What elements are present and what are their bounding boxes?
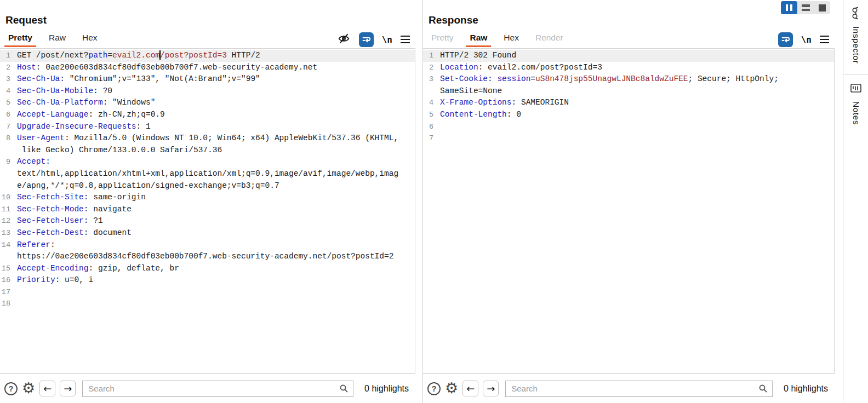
line-content: Sec-Fetch-Dest: document — [14, 227, 132, 239]
line-number: 2 — [0, 62, 14, 74]
line-number: 3 — [423, 73, 437, 85]
notes-document-icon — [849, 82, 863, 95]
line-number: 5 — [423, 109, 437, 121]
search-settings-gear-icon[interactable]: ⚙ — [445, 381, 458, 395]
editor-line[interactable]: 14Referer: — [0, 239, 415, 251]
editor-line[interactable]: 9Accept: — [0, 156, 415, 168]
line-number: 4 — [0, 85, 14, 97]
line-number: 6 — [0, 109, 14, 121]
soft-wrap-toggle-button[interactable] — [359, 32, 374, 47]
help-icon[interactable]: ? — [427, 382, 441, 395]
tab-render[interactable]: Render — [532, 30, 567, 47]
line-content: e/apng,*/*;q=0.8,application/signed-exch… — [14, 180, 279, 192]
line-number — [0, 145, 14, 157]
line-content: https://0ae200e603d834cf80df03eb00b700f7… — [14, 251, 393, 263]
editor-line[interactable]: 10Sec-Fetch-Site: same-origin — [0, 192, 415, 204]
response-highlights-count: 0 highlights — [784, 384, 828, 394]
editor-line[interactable]: like Gecko) Chrome/133.0.0.0 Safari/537.… — [0, 145, 415, 157]
line-content — [437, 133, 440, 145]
line-content: Location: evail2.com/post?postId=3 — [437, 62, 602, 74]
editor-line[interactable]: 3Sec-Ch-Ua: "Chromium";v="133", "Not(A:B… — [0, 73, 415, 85]
next-match-button[interactable]: → — [483, 381, 499, 396]
editor-line[interactable]: 18 — [0, 298, 415, 310]
tab-hex[interactable]: Hex — [78, 30, 101, 47]
line-content — [14, 298, 17, 310]
editor-line[interactable]: 2Host: 0ae200e603d834cf80df03eb00b700f7.… — [0, 62, 415, 74]
inspector-tab[interactable]: Inspector — [843, 0, 868, 74]
line-number — [423, 85, 437, 97]
previous-match-button[interactable]: ← — [39, 381, 55, 396]
editor-line[interactable]: 5Sec-Ch-Ua-Platform: "Windows" — [0, 97, 415, 109]
line-content — [14, 286, 17, 298]
tab-hex[interactable]: Hex — [500, 30, 523, 47]
editor-line[interactable]: 12Sec-Fetch-User: ?1 — [0, 215, 415, 227]
layout-rows-button[interactable] — [797, 1, 814, 14]
editor-line[interactable]: https://0ae200e603d834cf80df03eb00b700f7… — [0, 251, 415, 263]
response-toolbar: \n — [778, 31, 829, 48]
line-content: X-Frame-Options: SAMEORIGIN — [437, 97, 569, 109]
editor-line[interactable]: SameSite=None — [423, 85, 834, 97]
layout-columns-button[interactable] — [781, 1, 797, 14]
line-number: 17 — [0, 286, 14, 298]
editor-line[interactable]: e/apng,*/*;q=0.8,application/signed-exch… — [0, 180, 415, 192]
line-number: 4 — [423, 97, 437, 109]
response-panel: Response PrettyRawHexRender \n 1HTTP/2 3… — [422, 0, 835, 403]
notes-tab[interactable]: Notes — [843, 74, 868, 136]
editor-line[interactable]: 8User-Agent: Mozilla/5.0 (Windows NT 10.… — [0, 133, 415, 145]
request-search-box — [82, 381, 353, 397]
line-number: 7 — [423, 133, 437, 145]
layout-single-button[interactable] — [814, 1, 830, 14]
show-newlines-icon[interactable]: \n — [801, 34, 812, 45]
editor-line[interactable]: 15Accept-Encoding: gzip, deflate, br — [0, 263, 415, 275]
editor-line[interactable]: text/html,application/xhtml+xml,applicat… — [0, 168, 415, 180]
search-settings-gear-icon[interactable]: ⚙ — [22, 381, 35, 395]
editor-line[interactable]: 16Priority: u=0, i — [0, 274, 415, 286]
editor-line[interactable]: 3Set-Cookie: session=uS8n478jsp55UnagwLJ… — [423, 73, 834, 85]
show-newlines-icon[interactable]: \n — [382, 34, 392, 45]
previous-match-button[interactable]: ← — [462, 381, 478, 396]
line-number: 18 — [0, 298, 14, 310]
editor-line[interactable]: 1GET /post/next?path=evail2.com/post?pos… — [0, 50, 415, 62]
response-search-bar: ? ⚙ ← → 0 highlights — [423, 373, 835, 403]
help-icon[interactable]: ? — [4, 382, 18, 395]
editor-line[interactable]: 7Upgrade-Insecure-Requests: 1 — [0, 121, 415, 133]
response-search-box — [505, 381, 773, 397]
tab-raw[interactable]: Raw — [45, 30, 70, 47]
editor-line[interactable]: 11Sec-Fetch-Mode: navigate — [0, 204, 415, 216]
line-number: 13 — [0, 227, 14, 239]
tab-pretty[interactable]: Pretty — [427, 30, 457, 47]
response-editor[interactable]: 1HTTP/2 302 Found2Location: evail2.com/p… — [423, 48, 835, 373]
line-number: 2 — [423, 62, 437, 74]
request-editor[interactable]: 1GET /post/next?path=evail2.com/post?pos… — [0, 48, 415, 373]
editor-menu-icon[interactable] — [401, 36, 410, 44]
editor-line[interactable]: 6 — [423, 121, 834, 133]
editor-menu-icon[interactable] — [820, 36, 829, 44]
line-content: User-Agent: Mozilla/5.0 (Windows NT 10.0… — [14, 133, 398, 145]
line-content: Upgrade-Insecure-Requests: 1 — [14, 121, 151, 133]
editor-line[interactable]: 2Location: evail2.com/post?postId=3 — [423, 62, 834, 74]
editor-line[interactable]: 1HTTP/2 302 Found — [423, 50, 834, 62]
response-search-input[interactable] — [510, 383, 758, 394]
tab-raw[interactable]: Raw — [466, 30, 491, 47]
editor-line[interactable]: 6Accept-Language: zh-CN,zh;q=0.9 — [0, 109, 415, 121]
line-number: 3 — [0, 73, 14, 85]
editor-line[interactable]: 13Sec-Fetch-Dest: document — [0, 227, 415, 239]
next-match-button[interactable]: → — [60, 381, 76, 396]
line-content: Sec-Fetch-Mode: navigate — [14, 204, 132, 216]
response-tab-bar: PrettyRawHexRender — [427, 31, 576, 47]
editor-line[interactable]: 4Sec-Ch-Ua-Mobile: ?0 — [0, 85, 415, 97]
request-search-bar: ? ⚙ ← → 0 highlights — [0, 373, 415, 403]
tab-pretty[interactable]: Pretty — [4, 30, 36, 47]
soft-wrap-toggle-button[interactable] — [778, 32, 793, 47]
editor-line[interactable]: 17 — [0, 286, 415, 298]
editor-line[interactable]: 5Content-Length: 0 — [423, 109, 834, 121]
hide-nonprintable-eye-icon[interactable] — [337, 32, 351, 48]
line-content: Content-Length: 0 — [437, 109, 521, 121]
line-number: 1 — [0, 50, 14, 62]
line-number: 11 — [0, 204, 14, 216]
request-search-input[interactable] — [87, 383, 339, 394]
line-content: Referer: — [14, 239, 55, 251]
repeater-layout-buttons — [781, 1, 830, 14]
editor-line[interactable]: 7 — [423, 133, 834, 145]
editor-line[interactable]: 4X-Frame-Options: SAMEORIGIN — [423, 97, 834, 109]
